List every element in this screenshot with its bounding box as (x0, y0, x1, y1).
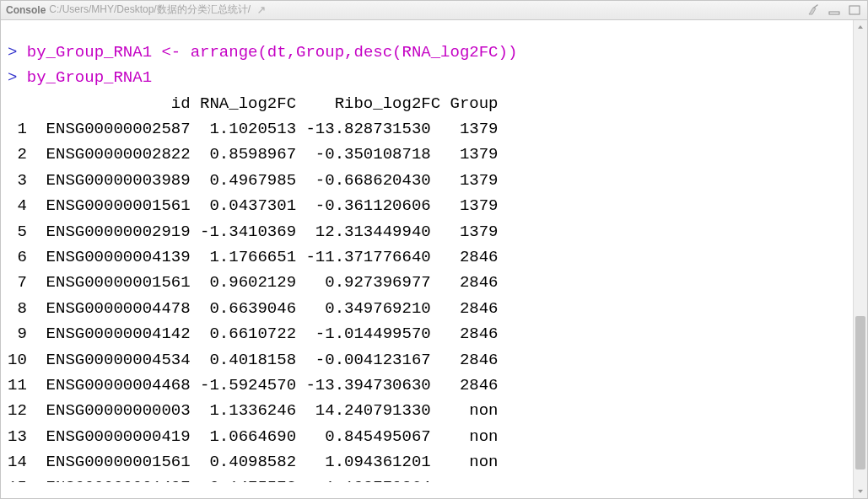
console-tab-label[interactable]: Console (6, 4, 46, 16)
minimize-pane-icon[interactable] (827, 3, 842, 17)
console-titlebar: Console C:/Users/MHY/Desktop/数据的分类汇总统计/ (1, 1, 867, 20)
console-body: > by_Group_RNA1 <- arrange(dt,Group,desc… (1, 20, 867, 498)
svg-rect-0 (829, 12, 839, 14)
maximize-pane-icon[interactable] (847, 3, 862, 17)
working-directory-path[interactable]: C:/Users/MHY/Desktop/数据的分类汇总统计/ (49, 3, 251, 17)
scroll-down-arrow[interactable] (854, 485, 867, 498)
console-panel: Console C:/Users/MHY/Desktop/数据的分类汇总统计/ (0, 0, 868, 499)
popout-icon[interactable] (256, 4, 267, 16)
titlebar-right-icons (806, 3, 862, 17)
console-output[interactable]: > by_Group_RNA1 <- arrange(dt,Group,desc… (1, 36, 853, 482)
svg-rect-1 (849, 6, 860, 14)
scroll-up-arrow[interactable] (854, 20, 867, 34)
vertical-scrollbar[interactable] (853, 20, 867, 498)
clear-console-icon[interactable] (806, 3, 822, 17)
scroll-thumb[interactable] (855, 316, 865, 469)
